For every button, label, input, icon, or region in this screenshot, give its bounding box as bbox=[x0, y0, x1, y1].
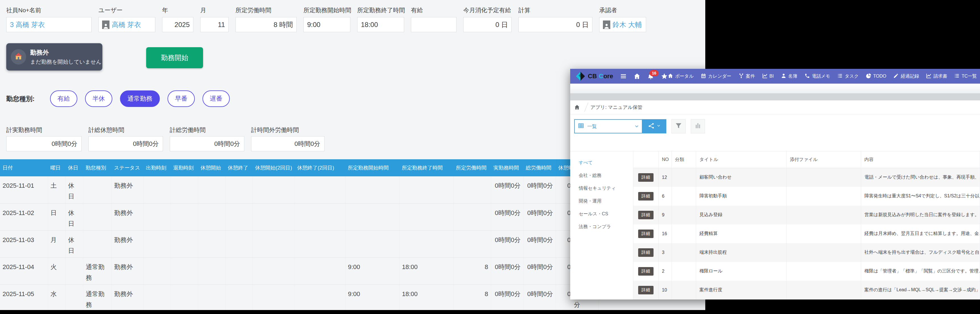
field-input[interactable]: 18:00 bbox=[357, 17, 404, 32]
field-value: 18:00 bbox=[361, 21, 378, 29]
cell-no: 3 bbox=[659, 243, 671, 262]
summary-value-box: 0時間0分 bbox=[251, 136, 325, 151]
nav-item-経過記録[interactable]: 経過記録 bbox=[893, 73, 919, 80]
nav-item-名簿[interactable]: 名簿 bbox=[781, 73, 797, 80]
summary-1: 計実勤務時間0時間0分 bbox=[6, 126, 82, 151]
field-input[interactable]: 高橋 芽衣 bbox=[99, 17, 155, 32]
field-input[interactable] bbox=[411, 17, 457, 32]
manual-row: 詳細9見込み登録営業は新規見込みが判明した当日に案件を登録します。… bbox=[633, 206, 980, 225]
field-input[interactable]: 9:00 bbox=[304, 17, 350, 32]
cell-actual_work: 0時間0分 bbox=[491, 257, 523, 284]
brand-text-c: C bbox=[599, 73, 603, 80]
cell-holiday: 休日 bbox=[65, 203, 83, 230]
sidebar-item-情報セキュリティ[interactable]: 情報セキュリティ bbox=[570, 182, 633, 195]
nav-item-TC一覧[interactable]: TC一覧 bbox=[954, 73, 977, 80]
cell-content: 権限は「管理者」「標準」「閲覧」の三区分です。管理… bbox=[861, 262, 980, 281]
filter-button[interactable] bbox=[671, 119, 686, 133]
nav-item-カレンダー[interactable]: カレンダー bbox=[701, 73, 732, 80]
detail-button[interactable]: 詳細 bbox=[638, 230, 654, 238]
field-label: 所定勤務開始時間 bbox=[304, 6, 350, 17]
column-header: 分類 bbox=[671, 151, 696, 168]
cell-title: 案件進行度 bbox=[696, 281, 786, 300]
cell-detail: 詳細 bbox=[633, 262, 659, 281]
detail-button[interactable]: 詳細 bbox=[638, 286, 654, 294]
favorites-star-icon[interactable] bbox=[661, 73, 668, 80]
cell-title: 端末持出規程 bbox=[696, 243, 786, 262]
detail-button[interactable]: 詳細 bbox=[638, 248, 654, 257]
cell-actual_work: 0時間0分 bbox=[491, 230, 523, 257]
sidebar-item-法務・コンプラ[interactable]: 法務・コンプラ bbox=[570, 220, 633, 233]
detail-button[interactable]: 詳細 bbox=[638, 192, 654, 201]
cell-title: 権限ロール bbox=[696, 262, 786, 281]
cell-break2_end bbox=[294, 176, 345, 203]
cell-category bbox=[671, 225, 696, 243]
start-work-button[interactable]: 勤務開始 bbox=[146, 47, 203, 68]
field-label: 所定勤務終了時間 bbox=[357, 6, 404, 17]
cell-sched_hours: 8 bbox=[453, 257, 491, 284]
nav-item-電話メモ[interactable]: 電話メモ bbox=[805, 73, 830, 80]
field-input[interactable]: 8 時間 bbox=[235, 17, 297, 32]
field-10: 計算0 日 bbox=[519, 6, 592, 32]
sidebar-item-会社・総務[interactable]: 会社・総務 bbox=[570, 169, 633, 182]
manual-row: 詳細10案件進行度案件の進行は「Lead→MQL→SQL→提案→交渉→成約」… bbox=[633, 281, 980, 300]
summary-label: 計総労働時間 bbox=[170, 126, 244, 136]
cell-dow: 水 bbox=[48, 284, 65, 310]
hamburger-menu-icon[interactable] bbox=[620, 73, 627, 80]
detail-button[interactable]: 詳細 bbox=[638, 173, 654, 182]
timesheet-row: 2025-11-04火通常勤務勤務外9:0018:0080時間0分0時間0分0時… bbox=[0, 257, 598, 284]
cell-no: 9 bbox=[659, 206, 671, 225]
crm-navbar: CBCore 16 ポータルカレンダー案件BI名簿電話メモタスクTODO経過記録… bbox=[570, 69, 980, 84]
column-header: 所定労働時間 bbox=[453, 159, 491, 176]
sidebar-item-開発・運用[interactable]: 開発・運用 bbox=[570, 195, 633, 208]
breadcrumb-home-icon[interactable] bbox=[574, 104, 580, 110]
cell-clock_in bbox=[143, 230, 171, 257]
cell-break1_end bbox=[225, 257, 253, 284]
home-icon[interactable] bbox=[634, 73, 640, 80]
detail-button[interactable]: 詳細 bbox=[638, 267, 654, 276]
nav-item-タスク[interactable]: タスク bbox=[837, 73, 859, 80]
notifications-bell-icon[interactable]: 16 bbox=[647, 73, 654, 80]
timesheet-header-row: 日付曜日休日勤怠種別ステータス出勤時刻退勤時刻休憩開始休憩終了休憩開始(2回目)… bbox=[0, 159, 598, 176]
detail-button[interactable]: 詳細 bbox=[638, 211, 654, 219]
brand-logo[interactable]: CBCore bbox=[575, 71, 613, 81]
view-selector-dropdown[interactable]: 一覧 bbox=[574, 119, 642, 133]
nav-item-BI[interactable]: BI bbox=[762, 73, 774, 80]
summary-label: 計実勤務時間 bbox=[6, 126, 82, 136]
nav-item-TODO[interactable]: TODO bbox=[866, 73, 886, 80]
column-header: 休憩終了 bbox=[225, 159, 253, 176]
attendance-pill[interactable]: 有給 bbox=[50, 91, 77, 107]
cell-total_work: 0時間0分 bbox=[523, 230, 556, 257]
cell-break1_end bbox=[225, 284, 253, 310]
summary-value: 0時間0分 bbox=[133, 140, 159, 148]
cell-break1_end bbox=[225, 230, 253, 257]
cell-date: 2025-11-05 bbox=[0, 284, 48, 310]
attendance-pill[interactable]: 早番 bbox=[167, 91, 195, 107]
nav-item-ポータル[interactable]: ポータル bbox=[668, 73, 694, 80]
attendance-pill[interactable]: 遅番 bbox=[202, 91, 230, 107]
field-input[interactable]: 0 日 bbox=[463, 17, 512, 32]
cell-dow: 火 bbox=[48, 257, 65, 284]
field-7: 所定勤務終了時間18:00 bbox=[357, 6, 404, 32]
attendance-pill[interactable]: 半休 bbox=[85, 91, 112, 107]
field-input[interactable]: 11 bbox=[200, 17, 229, 32]
sidebar-item-セールス・CS[interactable]: セールス・CS bbox=[570, 208, 633, 220]
column-header: NO bbox=[659, 151, 671, 168]
cell-title: 見込み登録 bbox=[696, 206, 786, 225]
field-input[interactable]: 0 日 bbox=[519, 17, 592, 32]
cell-break2_start bbox=[253, 257, 294, 284]
chart-button[interactable] bbox=[691, 119, 705, 133]
manual-row: 詳細6障害初動手順障害発生時は重大度S1〜S4で判定し、S1/S2は三十分以… bbox=[633, 187, 980, 206]
field-input[interactable]: 2025 bbox=[162, 17, 193, 32]
attendance-pill[interactable]: 通常勤務 bbox=[120, 91, 160, 107]
column-header: タイトル bbox=[696, 151, 786, 168]
nav-item-案件[interactable]: 案件 bbox=[738, 73, 755, 80]
nav-item-請求書[interactable]: 請求書 bbox=[926, 73, 947, 80]
field-input[interactable]: 鈴木 大輔 bbox=[599, 17, 646, 32]
field-2: ユーザー高橋 芽衣 bbox=[99, 6, 155, 32]
graph-nodes-icon bbox=[648, 122, 655, 130]
graph-view-button[interactable] bbox=[642, 119, 666, 133]
sidebar-item-すべて[interactable]: すべて bbox=[570, 156, 633, 169]
cell-attachment bbox=[786, 225, 861, 243]
cell-sched_start bbox=[345, 176, 399, 203]
field-input[interactable]: 3 高橋 芽衣 bbox=[6, 17, 92, 32]
